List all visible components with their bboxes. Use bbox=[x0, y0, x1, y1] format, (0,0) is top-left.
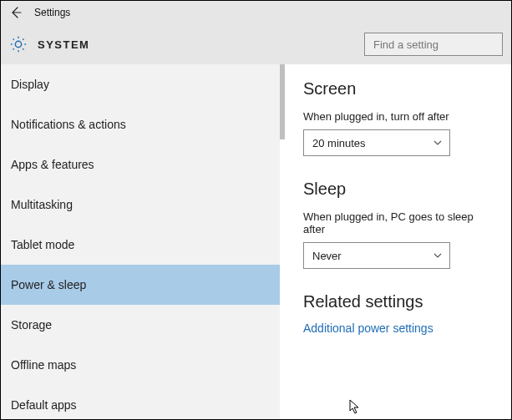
sidebar-scrollbar[interactable] bbox=[280, 64, 285, 419]
search-input[interactable] bbox=[364, 33, 503, 56]
sleep-timeout-select[interactable]: Never bbox=[303, 242, 450, 269]
sidebar-item-display[interactable]: Display bbox=[1, 64, 280, 104]
chevron-down-icon bbox=[433, 250, 443, 261]
page-title: SYSTEM bbox=[38, 38, 89, 51]
sidebar-item-label: Apps & features bbox=[11, 158, 94, 171]
gear-icon bbox=[9, 35, 28, 53]
sidebar-item-power-sleep[interactable]: Power & sleep bbox=[1, 265, 280, 305]
sidebar-item-tablet-mode[interactable]: Tablet mode bbox=[1, 225, 280, 265]
sidebar-item-multitasking[interactable]: Multitasking bbox=[1, 185, 280, 225]
sidebar-item-default-apps[interactable]: Default apps bbox=[1, 385, 280, 419]
screen-timeout-select[interactable]: 20 minutes bbox=[303, 129, 450, 156]
back-button[interactable] bbox=[8, 4, 24, 21]
sidebar-item-label: Offline maps bbox=[11, 358, 76, 372]
main-panel: Screen When plugged in, turn off after 2… bbox=[285, 64, 511, 419]
additional-power-settings-link[interactable]: Additional power settings bbox=[303, 321, 494, 335]
header-left: SYSTEM bbox=[9, 35, 89, 53]
sidebar-item-label: Notifications & actions bbox=[11, 118, 126, 131]
sidebar-item-label: Power & sleep bbox=[11, 278, 86, 291]
section-title-screen: Screen bbox=[303, 79, 494, 99]
sidebar: Display Notifications & actions Apps & f… bbox=[1, 64, 280, 419]
sidebar-item-label: Multitasking bbox=[11, 198, 73, 211]
screen-timeout-value: 20 minutes bbox=[312, 137, 366, 149]
settings-window: Settings SYSTEM Display Notifications & … bbox=[0, 0, 512, 420]
sidebar-item-label: Default apps bbox=[11, 398, 77, 412]
sidebar-item-storage[interactable]: Storage bbox=[1, 305, 280, 345]
sidebar-item-label: Display bbox=[11, 78, 49, 91]
section-title-sleep: Sleep bbox=[303, 180, 494, 199]
scrollbar-thumb[interactable] bbox=[280, 64, 285, 139]
sidebar-item-apps[interactable]: Apps & features bbox=[1, 144, 280, 185]
screen-plugged-label: When plugged in, turn off after bbox=[303, 110, 494, 123]
sidebar-item-notifications[interactable]: Notifications & actions bbox=[1, 104, 280, 144]
sidebar-item-label: Storage bbox=[11, 318, 52, 331]
sleep-plugged-label: When plugged in, PC goes to sleep after bbox=[303, 210, 494, 235]
chevron-down-icon bbox=[433, 138, 443, 148]
titlebar: Settings bbox=[1, 1, 511, 24]
search-field[interactable] bbox=[372, 38, 495, 52]
sleep-timeout-value: Never bbox=[312, 250, 342, 262]
back-arrow-icon bbox=[9, 6, 23, 19]
sidebar-wrap: Display Notifications & actions Apps & f… bbox=[1, 64, 285, 419]
header: SYSTEM bbox=[1, 24, 511, 64]
sidebar-item-offline-maps[interactable]: Offline maps bbox=[1, 345, 280, 385]
sidebar-item-label: Tablet mode bbox=[11, 238, 74, 251]
content: Display Notifications & actions Apps & f… bbox=[1, 64, 511, 419]
window-title: Settings bbox=[34, 7, 70, 18]
section-title-related: Related settings bbox=[303, 292, 494, 311]
